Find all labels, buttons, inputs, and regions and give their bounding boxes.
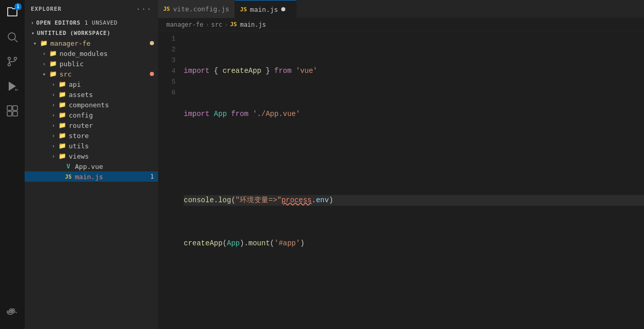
tab-js-icon-active: JS (240, 6, 247, 13)
docker-icon[interactable] (0, 300, 25, 325)
folder-chevron: › (49, 131, 57, 140)
tree-item-components[interactable]: › 📁 components (25, 100, 158, 110)
folder-icon: 📁 (57, 80, 67, 88)
folder-label-components: components (69, 101, 158, 109)
token-env-str: "环境变量=>" (236, 195, 282, 206)
run-icon[interactable] (0, 74, 25, 99)
tab-unsaved-dot (281, 7, 285, 11)
breadcrumb: manager-fe › src › JS main.js (158, 18, 644, 31)
bc-js-icon: JS (230, 21, 237, 28)
tree-item-node-modules[interactable]: › 📁 node_modules (25, 48, 158, 59)
folder-icon: 📁 (48, 60, 57, 68)
js-file-icon: JS (64, 172, 73, 181)
folder-label-views: views (69, 152, 158, 160)
bc-part-src[interactable]: src (211, 21, 222, 28)
workspace-root[interactable]: ▾ UNTITLED (WORKSPACE) (25, 28, 158, 38)
tree-item-public[interactable]: › 📁 public (25, 59, 158, 69)
svg-rect-10 (13, 106, 17, 110)
folder-chevron: ▾ (40, 70, 48, 78)
extensions-icon[interactable] (0, 99, 25, 123)
folder-label-node-modules: node_modules (60, 50, 158, 57)
svg-rect-15 (12, 311, 14, 313)
tree-item-config[interactable]: › 📁 config (25, 110, 158, 120)
folder-chevron: › (40, 49, 48, 57)
code-editor[interactable]: 1 2 3 4 5 6 import { createApp } from 'v… (158, 31, 644, 329)
folder-label-assets: assets (69, 91, 158, 99)
folder-chevron: › (49, 142, 57, 150)
folder-label-router: router (69, 122, 158, 129)
svg-point-3 (14, 57, 17, 60)
tab-main-js[interactable]: JS main.js (235, 0, 297, 18)
tree-item-main-js[interactable]: › JS main.js 1 (25, 171, 158, 182)
folder-icon: 📁 (57, 111, 67, 119)
svg-marker-6 (9, 82, 16, 91)
folder-label-manager-fe: manager-fe (50, 40, 150, 47)
token-vue-str: 'vue' (296, 66, 318, 76)
svg-point-2 (8, 57, 11, 60)
svg-point-0 (8, 33, 15, 40)
folder-label-api: api (69, 81, 158, 88)
svg-rect-17 (12, 309, 14, 311)
tree-item-store[interactable]: › 📁 store (25, 130, 158, 141)
file-label-main-js: main.js (75, 173, 150, 181)
tree-item-router[interactable]: › 📁 router (25, 120, 158, 130)
tree-item-api[interactable]: › 📁 api (25, 79, 158, 89)
folder-icon: 📁 (39, 39, 48, 47)
folder-icon: 📁 (57, 121, 67, 129)
tree-item-views[interactable]: › 📁 views (25, 151, 158, 161)
code-line-2: import App from './App.vue' (184, 109, 644, 120)
tab-vite-config-label: vite.config.js (173, 5, 229, 13)
open-editors-label: OPEN EDITORS (36, 20, 81, 26)
svg-point-4 (8, 64, 11, 66)
folder-icon: 📁 (57, 101, 67, 109)
folder-icon: 📁 (57, 90, 67, 99)
folder-chevron: ▾ (31, 39, 39, 47)
token-app-obj: App (214, 109, 227, 120)
code-line-3 (184, 152, 644, 163)
open-editors-section[interactable]: › OPEN EDITORS 1 UNSAVED (25, 18, 158, 28)
folder-chevron: › (49, 121, 57, 129)
code-content[interactable]: import { createApp } from 'vue' import A… (184, 31, 644, 329)
token-from2: from (231, 109, 248, 120)
tree-item-app-vue[interactable]: › V App.vue (25, 161, 158, 171)
tree-item-assets[interactable]: › 📁 assets (25, 89, 158, 100)
tree-item-manager-fe[interactable]: ▾ 📁 manager-fe (25, 38, 158, 48)
search-icon[interactable] (0, 25, 25, 49)
svg-rect-11 (7, 111, 12, 116)
unsaved-count: 1 (150, 173, 154, 180)
explorer-header: EXPLORER ··· (25, 0, 158, 18)
folder-label-config: config (69, 111, 158, 119)
token-app2: App (227, 238, 240, 249)
tree-item-src[interactable]: ▾ 📁 src (25, 69, 158, 79)
activity-bar: 1 (0, 0, 25, 329)
source-control-icon[interactable] (0, 49, 25, 74)
sidebar: EXPLORER ··· › OPEN EDITORS 1 UNSAVED ▾ … (25, 0, 158, 329)
workspace-chevron: ▾ (29, 29, 37, 37)
files-icon[interactable]: 1 (0, 0, 25, 25)
token-log: log (218, 195, 231, 206)
token-console: console (184, 195, 214, 206)
folder-icon: 📁 (57, 152, 67, 160)
more-actions-icon[interactable]: ··· (135, 4, 152, 14)
folder-chevron: › (49, 90, 57, 99)
tab-bar: JS vite.config.js JS main.js (158, 0, 644, 18)
token-process: process (281, 195, 311, 206)
bc-part-main-js[interactable]: main.js (240, 21, 266, 28)
svg-rect-9 (7, 106, 12, 110)
modified-dot-amber (150, 41, 154, 45)
tree-item-utils[interactable]: › 📁 utils (25, 141, 158, 151)
folder-chevron: › (49, 152, 57, 160)
folder-chevron: › (49, 80, 57, 88)
svg-rect-16 (10, 309, 12, 311)
folder-icon: 📁 (57, 142, 67, 150)
token-app-str: '#app' (274, 238, 300, 249)
svg-rect-13 (7, 311, 9, 313)
folder-icon: 📁 (57, 131, 67, 140)
folder-chevron: › (49, 111, 57, 119)
token-createapp: createApp (223, 66, 262, 76)
tab-vite-config[interactable]: JS vite.config.js (158, 0, 235, 18)
vue-file-icon: V (64, 162, 73, 170)
folder-label-store: store (69, 132, 158, 140)
svg-line-1 (15, 40, 18, 43)
bc-part-manager-fe[interactable]: manager-fe (166, 21, 203, 28)
